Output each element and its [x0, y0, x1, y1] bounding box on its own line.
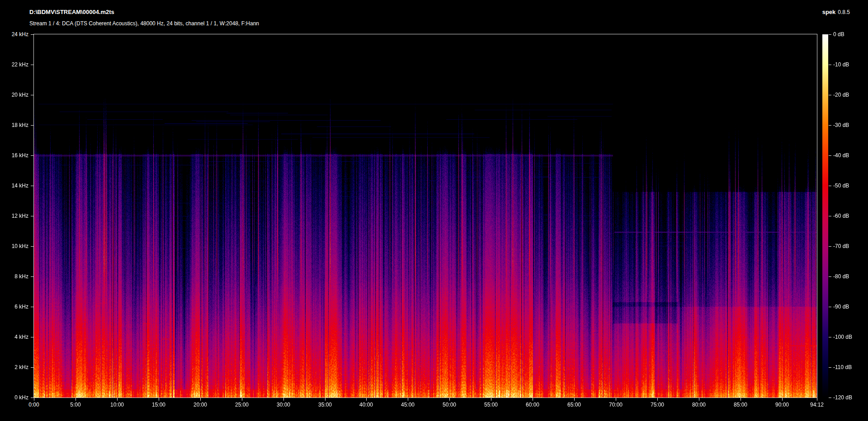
x-axis-label: 85:00 [727, 402, 754, 408]
app-name: spek [822, 9, 836, 15]
legend-tick [829, 34, 831, 35]
x-axis-label: 55:00 [477, 402, 505, 408]
file-path-title: D:\BDMV\STREAM\00004.m2ts [29, 9, 114, 15]
x-axis-tick [574, 398, 575, 401]
x-axis-label: 60:00 [519, 402, 546, 408]
legend-label: -100 dB [833, 334, 852, 340]
x-axis-label: 5:00 [62, 402, 89, 408]
x-axis-tick [34, 398, 34, 401]
legend-colorbar [822, 34, 828, 398]
x-axis-tick [449, 398, 450, 401]
y-axis-label: 4 kHz [0, 334, 28, 340]
x-axis-label: 40:00 [353, 402, 380, 408]
x-axis-tick [699, 398, 699, 401]
y-axis-tick [31, 125, 34, 126]
legend-tick [829, 125, 831, 126]
y-axis-tick [31, 34, 34, 35]
y-axis-label: 14 kHz [0, 182, 28, 189]
y-axis-tick [31, 276, 34, 277]
x-axis-tick [75, 398, 76, 401]
x-axis-tick [817, 398, 817, 401]
x-axis-label: 80:00 [685, 402, 712, 408]
x-axis-label: 65:00 [561, 402, 588, 408]
y-axis-label: 24 kHz [0, 31, 28, 37]
legend-label: -30 dB [833, 122, 849, 128]
legend-tick [829, 367, 831, 368]
y-axis-label: 8 kHz [0, 273, 28, 280]
legend-label: 0 dB [833, 31, 844, 37]
x-axis-label: 10:00 [104, 402, 131, 408]
legend-label: -110 dB [833, 364, 852, 370]
x-axis-tick [408, 398, 408, 401]
x-axis-label: 30:00 [270, 402, 297, 408]
y-axis-tick [31, 398, 34, 398]
legend-label: -50 dB [833, 182, 849, 189]
x-axis-tick [782, 398, 783, 401]
y-axis-tick [31, 246, 34, 247]
x-axis-tick [657, 398, 658, 401]
y-axis-label: 20 kHz [0, 92, 28, 98]
y-axis-tick [31, 367, 34, 368]
spectrogram-canvas [34, 34, 817, 398]
legend-tick [829, 337, 831, 337]
y-axis-tick [31, 186, 34, 186]
y-axis-tick [31, 155, 34, 156]
x-axis-tick [491, 398, 491, 401]
y-axis-label: 10 kHz [0, 243, 28, 249]
legend-label: -120 dB [833, 394, 852, 401]
y-axis-tick [31, 216, 34, 216]
legend-tick [829, 246, 831, 247]
x-axis-label: 15:00 [145, 402, 172, 408]
x-axis-tick [242, 398, 242, 401]
y-axis-label: 22 kHz [0, 61, 28, 68]
y-axis-tick [31, 337, 34, 337]
spectrogram-plot [34, 34, 817, 398]
x-axis-tick [366, 398, 367, 401]
y-axis-tick [31, 307, 34, 307]
y-axis-tick [31, 95, 34, 95]
legend-tick [829, 276, 831, 277]
legend-tick [829, 216, 831, 216]
legend-label: -40 dB [833, 152, 849, 159]
legend-label: -60 dB [833, 213, 849, 219]
y-axis-label: 2 kHz [0, 364, 28, 370]
y-axis-label: 6 kHz [0, 304, 28, 310]
x-axis-tick [117, 398, 118, 401]
x-axis-label: 94:12 [803, 402, 830, 408]
x-axis-tick [200, 398, 201, 401]
x-axis-label: 0:00 [20, 402, 47, 408]
legend-tick [829, 186, 831, 186]
legend-tick [829, 307, 831, 307]
y-axis-label: 16 kHz [0, 152, 28, 159]
legend-label: -80 dB [833, 273, 849, 280]
x-axis-tick [325, 398, 326, 401]
x-axis-tick [159, 398, 159, 401]
y-axis-label: 12 kHz [0, 213, 28, 219]
legend-tick [829, 95, 831, 95]
legend-label: -70 dB [833, 243, 849, 249]
x-axis-label: 90:00 [769, 402, 796, 408]
x-axis-label: 35:00 [311, 402, 339, 408]
legend-tick [829, 398, 831, 398]
app-version: 0.8.5 [838, 9, 850, 15]
legend-label: -90 dB [833, 304, 849, 310]
x-axis-tick [533, 398, 533, 401]
x-axis-tick [616, 398, 616, 401]
x-axis-label: 20:00 [187, 402, 214, 408]
x-axis-label: 45:00 [394, 402, 421, 408]
x-axis-label: 75:00 [644, 402, 671, 408]
spek-window: { "header": { "file_path": "D:\\BDMV\\ST… [0, 0, 868, 421]
legend-label: -10 dB [833, 61, 849, 68]
legend-label: -20 dB [833, 92, 849, 98]
y-axis-label: 0 kHz [0, 394, 28, 401]
stream-info: Stream 1 / 4: DCA (DTS Coherent Acoustic… [29, 20, 259, 27]
x-axis-tick [741, 398, 741, 401]
x-axis-label: 70:00 [602, 402, 629, 408]
x-axis-tick [283, 398, 284, 401]
y-axis-tick [31, 65, 34, 65]
x-axis-label: 25:00 [228, 402, 255, 408]
y-axis-label: 18 kHz [0, 122, 28, 128]
legend-tick [829, 65, 831, 65]
x-axis-label: 50:00 [436, 402, 463, 408]
app-brand: spek0.8.5 [822, 9, 850, 15]
